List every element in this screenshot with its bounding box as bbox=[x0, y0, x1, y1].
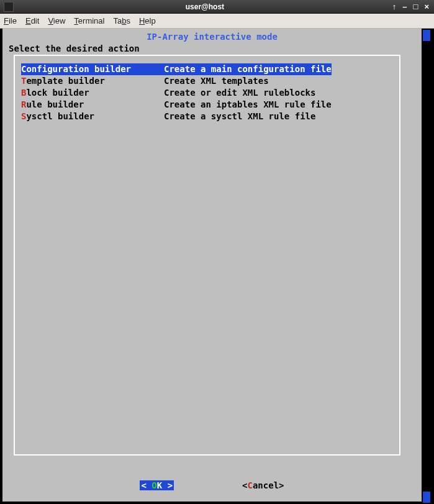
menu-item[interactable]: Sysctl builderCreate a sysctl XML rule f… bbox=[21, 111, 393, 122]
menu-tabs[interactable]: Tabs bbox=[113, 16, 130, 25]
terminal-content: IP-Array interactive mode Select the des… bbox=[2, 29, 422, 502]
menubar: File Edit View Terminal Tabs Help bbox=[0, 14, 434, 29]
scrollbar-thumb-top[interactable] bbox=[423, 30, 430, 41]
window-maximize-button[interactable]: □ bbox=[414, 2, 418, 11]
window-titlebar: user@host ↑ – □ × bbox=[0, 0, 434, 14]
menu-item-description: Create a main configuration file bbox=[164, 63, 332, 75]
window-title: user@host bbox=[17, 2, 392, 11]
menu-list-box: Configuration builderCreate a main confi… bbox=[14, 55, 400, 456]
terminal-viewport: IP-Array interactive mode Select the des… bbox=[0, 29, 434, 504]
menu-item-description: Create an iptables XML rule file bbox=[164, 99, 332, 111]
menu-item-label: Block builder bbox=[21, 87, 164, 99]
menu-item-description: Create XML templates bbox=[164, 75, 269, 87]
dialog-title: IP-Array interactive mode bbox=[2, 29, 422, 42]
menu-item[interactable]: Block builderCreate or edit XML rulebloc… bbox=[21, 87, 393, 99]
button-row: < OK > <Cancel> bbox=[2, 480, 422, 490]
window-up-button[interactable]: ↑ bbox=[392, 2, 397, 11]
ok-button[interactable]: < OK > bbox=[140, 480, 174, 490]
menu-item[interactable]: Configuration builderCreate a main confi… bbox=[21, 63, 393, 75]
menu-item-label: Configuration builder bbox=[21, 63, 164, 75]
terminal-app-icon bbox=[4, 2, 14, 12]
menu-item[interactable]: Template builderCreate XML templates bbox=[21, 75, 393, 87]
menu-item-label: Template builder bbox=[21, 75, 164, 87]
menu-help[interactable]: Help bbox=[139, 16, 156, 25]
menu-item-description: Create or edit XML ruleblocks bbox=[164, 87, 315, 99]
menu-item-label: Rule builder bbox=[21, 99, 164, 111]
menu-item-description: Create a sysctl XML rule file bbox=[164, 111, 315, 122]
window-buttons: ↑ – □ × bbox=[392, 2, 434, 11]
scrollbar-thumb-bottom[interactable] bbox=[423, 492, 430, 503]
menu-item-label: Sysctl builder bbox=[21, 111, 164, 122]
menu-file[interactable]: File bbox=[4, 16, 17, 25]
menu-view[interactable]: View bbox=[48, 16, 65, 25]
dialog-prompt: Select the desired action bbox=[2, 42, 422, 55]
menu-item[interactable]: Rule builderCreate an iptables XML rule … bbox=[21, 99, 393, 111]
window-close-button[interactable]: × bbox=[424, 2, 429, 11]
window-minimize-button[interactable]: – bbox=[402, 2, 407, 11]
menu-terminal[interactable]: Terminal bbox=[74, 16, 104, 25]
terminal-scrollbar[interactable] bbox=[423, 29, 430, 504]
menu-edit[interactable]: Edit bbox=[25, 16, 39, 25]
cancel-button[interactable]: <Cancel> bbox=[242, 480, 284, 490]
